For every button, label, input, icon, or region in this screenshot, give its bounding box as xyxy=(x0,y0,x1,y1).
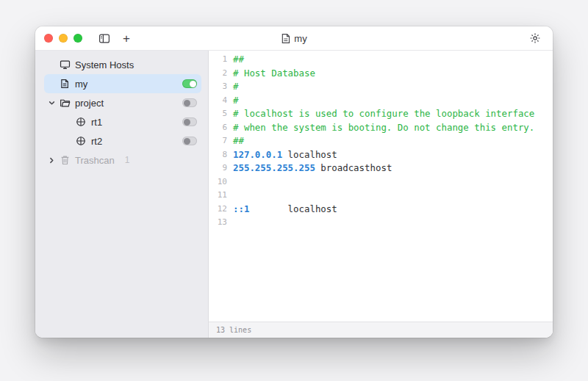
code-token-comment: ## xyxy=(233,134,244,148)
plus-icon: + xyxy=(123,32,130,45)
document-icon xyxy=(281,33,290,44)
zoom-button[interactable] xyxy=(74,34,82,43)
line-number: 12 xyxy=(209,203,233,217)
add-hosts-button[interactable]: + xyxy=(118,29,135,47)
chevron-down-icon[interactable] xyxy=(46,100,57,106)
editor-line[interactable]: 7## xyxy=(209,134,553,148)
line-number: 11 xyxy=(209,189,233,203)
titlebar: + my xyxy=(35,26,553,51)
sidebar-item-my[interactable]: my xyxy=(44,74,201,93)
toggle-knob xyxy=(184,119,190,126)
editor-line[interactable]: 4# xyxy=(209,94,553,108)
code-token-comment: # xyxy=(233,80,238,94)
toggle-switch[interactable] xyxy=(182,98,197,107)
minimize-button[interactable] xyxy=(59,34,68,43)
trash-icon xyxy=(59,155,71,165)
traffic-lights xyxy=(44,34,82,43)
code-token-ip: 255.255.255.255 xyxy=(233,162,315,175)
line-number: 9 xyxy=(209,162,233,175)
chevron-right-icon[interactable] xyxy=(46,157,57,164)
folder-open-icon xyxy=(59,98,71,108)
toggle-switch[interactable] xyxy=(182,79,197,88)
line-number: 8 xyxy=(209,148,233,162)
code-token-comment: # xyxy=(233,94,238,108)
editor-line[interactable]: 11 xyxy=(209,189,553,203)
code-token-comment: ## xyxy=(233,53,244,67)
window-title-text: my xyxy=(294,33,306,44)
line-number: 3 xyxy=(209,80,233,94)
editor-line[interactable]: 13 xyxy=(209,216,553,230)
sidebar-item-label: Trashcan xyxy=(75,155,115,166)
code-token-comment: # Host Database xyxy=(233,67,315,81)
line-number: 2 xyxy=(209,67,233,81)
item-count-badge: 1 xyxy=(125,155,130,165)
code-token-plain: localhost xyxy=(282,148,337,162)
globe-icon xyxy=(75,136,87,146)
sidebar-item-trashcan[interactable]: Trashcan1 xyxy=(44,150,201,170)
sidebar-item-label: rt1 xyxy=(91,117,102,128)
monitor-icon xyxy=(59,59,71,70)
gear-icon xyxy=(529,32,541,44)
sidebar-toggle-icon xyxy=(98,33,110,44)
editor-line[interactable]: 12::1 localhost xyxy=(209,203,553,217)
code-token-plain: broadcasthost xyxy=(315,162,392,175)
line-number: 4 xyxy=(209,94,233,108)
line-count-label: 13 lines xyxy=(216,326,251,334)
toggle-knob xyxy=(184,138,190,145)
editor-line[interactable]: 5# localhost is used to configure the lo… xyxy=(209,107,553,121)
line-number: 7 xyxy=(209,134,233,148)
sidebar-item-label: project xyxy=(75,98,104,109)
editor-line[interactable]: 6# when the system is booting. Do not ch… xyxy=(209,121,553,135)
editor-line[interactable]: 10 xyxy=(209,175,553,189)
sidebar: System Hostsmyprojectrt1rt2Trashcan1 xyxy=(35,51,209,338)
editor-line[interactable]: 8127.0.0.1 localhost xyxy=(209,148,553,162)
editor-pane: 1##2# Host Database3#4#5# localhost is u… xyxy=(209,51,553,338)
toggle-switch[interactable] xyxy=(182,137,197,145)
app-window: + my System Hostsmyprojectrt xyxy=(35,26,553,338)
line-number: 6 xyxy=(209,121,233,135)
toggle-knob xyxy=(184,100,190,106)
code-token-plain: localhost xyxy=(249,203,337,217)
globe-icon xyxy=(75,117,87,127)
editor-line[interactable]: 2# Host Database xyxy=(209,67,553,81)
close-button[interactable] xyxy=(44,34,53,43)
code-token-ip: ::1 xyxy=(233,203,249,217)
window-title: my xyxy=(281,26,306,50)
statusbar: 13 lines xyxy=(209,322,553,338)
sidebar-item-label: my xyxy=(75,79,87,90)
line-number: 5 xyxy=(209,107,233,121)
document-icon xyxy=(59,79,71,89)
toggle-knob xyxy=(190,81,196,87)
line-number: 10 xyxy=(209,175,233,189)
editor-line[interactable]: 1## xyxy=(209,53,553,67)
main-area: System Hostsmyprojectrt1rt2Trashcan1 1##… xyxy=(35,51,553,338)
sidebar-item-rt2[interactable]: rt2 xyxy=(44,131,201,150)
code-token-comment: # when the system is booting. Do not cha… xyxy=(233,121,534,135)
editor[interactable]: 1##2# Host Database3#4#5# localhost is u… xyxy=(209,51,553,322)
editor-line[interactable]: 3# xyxy=(209,80,553,94)
settings-button[interactable] xyxy=(526,29,544,47)
sidebar-item-label: System Hosts xyxy=(75,59,134,70)
code-token-comment: # localhost is used to configure the loo… xyxy=(233,107,534,121)
sidebar-item-project[interactable]: project xyxy=(44,93,201,112)
toggle-sidebar-button[interactable] xyxy=(96,29,113,47)
sidebar-item-rt1[interactable]: rt1 xyxy=(44,112,201,131)
toggle-switch[interactable] xyxy=(182,117,197,126)
editor-line[interactable]: 9255.255.255.255 broadcasthost xyxy=(209,162,553,175)
line-number: 1 xyxy=(209,53,233,67)
sidebar-item-system-hosts[interactable]: System Hosts xyxy=(44,55,201,74)
code-token-ip: 127.0.0.1 xyxy=(233,148,282,162)
line-number: 13 xyxy=(209,216,233,230)
sidebar-item-label: rt2 xyxy=(91,136,102,147)
